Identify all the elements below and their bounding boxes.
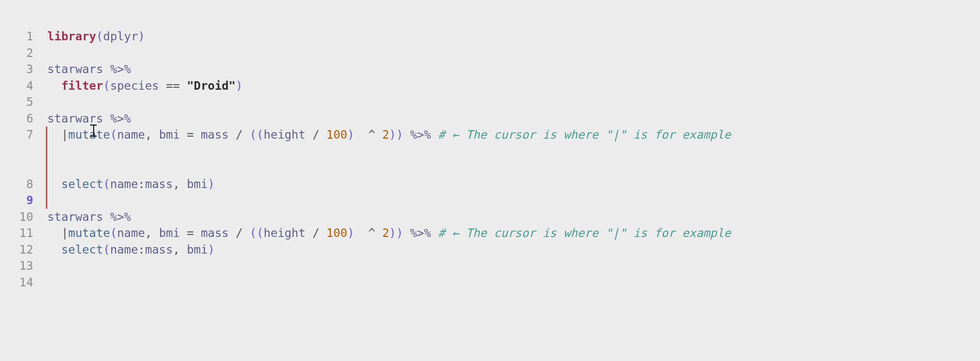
token-identifier: mass: [201, 226, 229, 239]
token-paren: ): [138, 30, 145, 43]
token-operator: /: [236, 128, 243, 141]
token-comma: ,: [145, 128, 152, 141]
code-content[interactable]: starwars %>%: [47, 61, 131, 78]
code-line[interactable]: 13: [0, 258, 980, 274]
code-line[interactable]: 7 |mutate(name, bmi = mass / ((height / …: [0, 127, 980, 176]
code-line[interactable]: 12 select(name:mass, bmi): [0, 242, 980, 258]
token-paren: ): [396, 226, 403, 239]
token-identifier: height: [263, 128, 305, 141]
token-colon: :: [138, 177, 145, 191]
token-operator: ==: [166, 79, 180, 92]
token-identifier: name: [110, 177, 138, 191]
token-identifier: bmi: [187, 177, 208, 191]
code-content[interactable]: select(name:mass, bmi): [47, 242, 215, 258]
git-modified-gutter: [46, 192, 47, 209]
token-paren: (: [96, 30, 103, 43]
token-operator: ^: [368, 226, 375, 239]
line-number: 12: [0, 242, 47, 258]
code-line[interactable]: 2: [0, 45, 980, 62]
line-number: 13: [0, 258, 47, 274]
token-paren: (: [103, 243, 110, 256]
code-content[interactable]: |mutate(name, bmi = mass / ((height / 10…: [47, 225, 731, 242]
token-number: 100: [326, 226, 347, 239]
token-identifier: mass: [201, 128, 229, 141]
token-paren: ): [389, 128, 396, 141]
token-operator: ^: [368, 128, 375, 141]
token-identifier: name: [117, 226, 145, 239]
code-line[interactable]: 5: [0, 94, 980, 110]
token-function: filter: [61, 79, 103, 92]
token-identifier: species: [110, 79, 159, 92]
token-identifier: height: [263, 226, 305, 239]
token-identifier: bmi: [187, 243, 208, 256]
token-function: select: [61, 243, 103, 256]
token-comma: ,: [145, 226, 152, 239]
token-paren: ): [347, 226, 355, 239]
token-keyword: library: [47, 30, 96, 43]
token-pipe: %>%: [110, 63, 131, 76]
line-number: 4: [0, 78, 47, 94]
token-number: 2: [382, 128, 389, 141]
token-paren: ): [208, 177, 215, 191]
line-number: 7: [0, 127, 47, 143]
code-line[interactable]: 3 starwars %>%: [0, 61, 980, 78]
token-identifier: starwars: [47, 112, 103, 125]
token-number: 2: [382, 226, 389, 239]
token-function: select: [61, 177, 103, 191]
token-string: "Droid": [187, 79, 236, 92]
line-number: 5: [0, 94, 47, 110]
token-paren: ): [236, 79, 243, 92]
line-number: 14: [0, 274, 47, 291]
token-identifier: bmi: [159, 226, 180, 239]
token-operator: /: [312, 128, 319, 141]
code-content[interactable]: starwars %>%: [47, 110, 131, 127]
token-paren: (: [257, 128, 264, 141]
token-paren: ): [347, 128, 355, 141]
token-paren: (: [103, 79, 110, 92]
token-operator: =: [187, 226, 194, 239]
code-content[interactable]: select(name:mass, bmi): [47, 176, 215, 193]
token-identifier: starwars: [47, 210, 103, 223]
line-number: 3: [0, 61, 47, 78]
code-line[interactable]: 4 filter(species == "Droid"): [0, 78, 980, 94]
line-number: 10: [0, 209, 47, 225]
line-number: 1: [0, 28, 47, 45]
line-number: 11: [0, 225, 47, 242]
code-line[interactable]: 1 library(dplyr): [0, 28, 980, 45]
token-identifier: dplyr: [103, 30, 138, 43]
token-paren: (: [257, 226, 264, 239]
token-comment: # ← The cursor is where "|" is for examp…: [438, 226, 731, 239]
code-line[interactable]: 9: [0, 192, 980, 209]
token-paren: (: [110, 226, 117, 239]
token-colon: :: [138, 243, 145, 256]
token-comma: ,: [173, 177, 180, 191]
token-pipe: %>%: [410, 128, 431, 141]
token-paren: (: [103, 177, 110, 191]
code-line[interactable]: 10 starwars %>%: [0, 209, 980, 225]
code-content[interactable]: starwars %>%: [47, 209, 131, 225]
code-content[interactable]: library(dplyr): [47, 28, 145, 45]
code-line[interactable]: 11 |mutate(name, bmi = mass / ((height /…: [0, 225, 980, 242]
code-content[interactable]: filter(species == "Droid"): [47, 78, 243, 94]
token-paren: (: [250, 128, 257, 141]
cursor-marker: |: [61, 128, 68, 141]
token-operator: /: [312, 226, 319, 239]
code-line[interactable]: 6 starwars %>%: [0, 110, 980, 127]
token-paren: (: [110, 128, 117, 141]
line-number: 6: [0, 110, 47, 127]
cursor-marker: |: [61, 226, 68, 239]
token-pipe: %>%: [110, 210, 131, 223]
code-content[interactable]: |mutate(name, bmi = mass / ((height / 10…: [47, 127, 731, 176]
token-identifier: name: [117, 128, 145, 141]
code-editor[interactable]: 1 library(dplyr) 2 3 starwars %>% 4 filt…: [0, 0, 980, 290]
token-paren: ): [396, 128, 403, 141]
token-comment: # ← The cursor is where "|" is for examp…: [438, 128, 731, 141]
token-operator: /: [236, 226, 243, 239]
code-line[interactable]: 8 select(name:mass, bmi): [0, 176, 980, 193]
token-function: mutate: [68, 226, 110, 239]
line-number: 8: [0, 176, 47, 193]
line-number-active: 9: [0, 192, 47, 209]
code-line[interactable]: 14: [0, 274, 980, 291]
token-pipe: %>%: [410, 226, 431, 239]
token-pipe: %>%: [110, 112, 131, 125]
